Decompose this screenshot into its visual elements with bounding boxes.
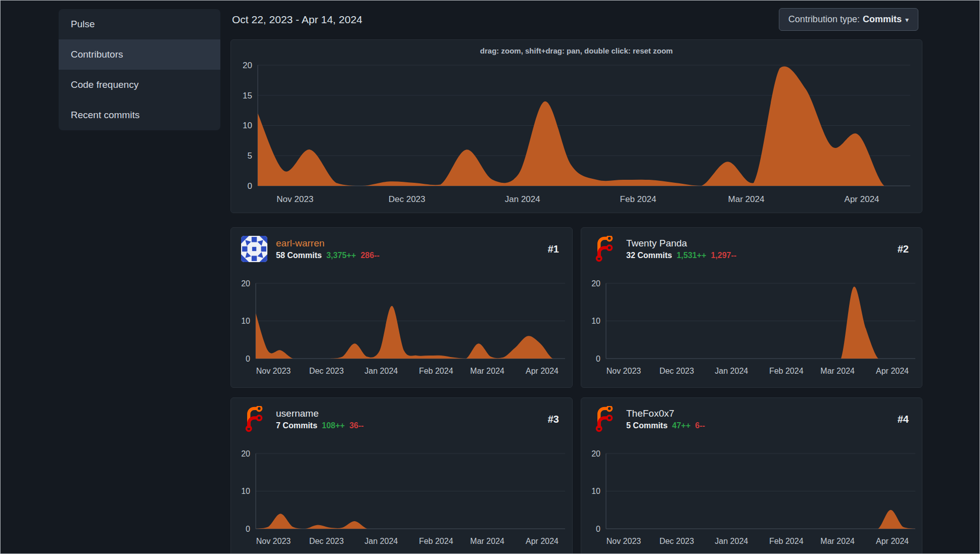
avatar[interactable]	[591, 406, 618, 432]
sidebar-item-contributors[interactable]: Contributors	[59, 39, 220, 70]
deletions-count: 36--	[349, 421, 363, 430]
svg-text:Apr 2024: Apr 2024	[876, 537, 909, 545]
forgejo-logo-icon	[591, 236, 618, 262]
rank-badge: #1	[548, 243, 559, 255]
sidebar-item-code-frequency[interactable]: Code frequency	[59, 70, 220, 100]
svg-text:0: 0	[248, 181, 252, 191]
additions-count: 1,531++	[677, 251, 707, 260]
svg-text:Jan 2024: Jan 2024	[505, 194, 540, 204]
svg-text:Dec 2023: Dec 2023	[660, 537, 694, 545]
avatar[interactable]	[241, 236, 267, 262]
svg-text:Jan 2024: Jan 2024	[715, 367, 748, 375]
avatar[interactable]	[591, 236, 618, 262]
svg-text:Mar 2024: Mar 2024	[470, 537, 504, 545]
chevron-down-icon: ▾	[905, 16, 909, 23]
svg-text:Feb 2024: Feb 2024	[419, 367, 453, 375]
svg-text:Feb 2024: Feb 2024	[620, 194, 657, 204]
deletions-count: 6--	[695, 421, 705, 430]
svg-text:Nov 2023: Nov 2023	[606, 367, 641, 375]
svg-text:0: 0	[246, 355, 250, 363]
contributor-stats: 58 Commits 3,375++ 286--	[276, 251, 380, 260]
contribution-type-label: Contribution type:	[788, 14, 860, 25]
svg-text:Jan 2024: Jan 2024	[715, 537, 748, 545]
svg-text:0: 0	[596, 355, 600, 363]
additions-count: 108++	[322, 421, 345, 430]
contributor-stats: 5 Commits 47++ 6--	[626, 421, 705, 430]
deletions-count: 1,297--	[711, 251, 736, 260]
svg-text:Nov 2023: Nov 2023	[276, 194, 313, 204]
svg-text:Jan 2024: Jan 2024	[364, 367, 398, 375]
contributor-card-header: Twenty Panda 32 Commits 1,531++ 1,297-- …	[581, 228, 922, 267]
chart-zoom-hint: drag: zoom, shift+drag: pan, double clic…	[231, 46, 922, 55]
contributor-name-link[interactable]: Twenty Panda	[626, 238, 736, 249]
contributor-activity-chart[interactable]: 01020Nov 2023Dec 2023Jan 2024Feb 2024Mar…	[231, 265, 573, 388]
svg-text:Feb 2024: Feb 2024	[419, 537, 453, 545]
svg-text:5: 5	[248, 151, 252, 161]
rank-badge: #3	[548, 414, 559, 425]
contributors-page: { "sidebar": { "items": [ {"label": "Pul…	[0, 0, 980, 554]
contribution-type-value: Commits	[863, 14, 902, 25]
svg-text:20: 20	[241, 449, 250, 458]
svg-text:10: 10	[591, 317, 600, 325]
svg-text:20: 20	[591, 279, 600, 288]
commits-count: 32 Commits	[626, 251, 672, 260]
identicon-avatar-icon	[241, 236, 267, 262]
repo-activity-sidebar: Pulse Contributors Code frequency Recent…	[59, 9, 220, 130]
contributor-card-header: earl-warren 58 Commits 3,375++ 286-- #1	[231, 228, 572, 267]
contributor-card: Twenty Panda 32 Commits 1,531++ 1,297-- …	[581, 227, 922, 388]
svg-text:Jan 2024: Jan 2024	[364, 537, 398, 545]
svg-text:Apr 2024: Apr 2024	[876, 367, 909, 375]
svg-text:Feb 2024: Feb 2024	[769, 537, 804, 545]
contributor-card: earl-warren 58 Commits 3,375++ 286-- #1 …	[230, 227, 573, 388]
svg-text:0: 0	[246, 525, 250, 533]
additions-count: 3,375++	[326, 251, 356, 260]
overall-activity-chart[interactable]: 05101520Nov 2023Dec 2023Jan 2024Feb 2024…	[231, 40, 923, 214]
contributor-stats: 32 Commits 1,531++ 1,297--	[626, 251, 736, 260]
svg-text:20: 20	[241, 279, 250, 288]
svg-text:20: 20	[591, 449, 600, 458]
svg-text:Dec 2023: Dec 2023	[660, 367, 694, 375]
svg-text:10: 10	[241, 317, 250, 325]
svg-text:Nov 2023: Nov 2023	[606, 537, 641, 545]
commits-count: 7 Commits	[276, 421, 317, 430]
avatar[interactable]	[241, 406, 267, 432]
contributor-card-header: username 7 Commits 108++ 36-- #3	[231, 398, 572, 437]
svg-text:15: 15	[243, 91, 252, 100]
contributor-card-header: TheFox0x7 5 Commits 47++ 6-- #4	[581, 398, 922, 437]
svg-text:Apr 2024: Apr 2024	[526, 537, 558, 545]
contributor-name-link[interactable]: username	[276, 408, 364, 419]
additions-count: 47++	[672, 421, 690, 430]
contribution-type-dropdown[interactable]: Contribution type: Commits ▾	[779, 8, 918, 31]
contributor-activity-chart[interactable]: 01020Nov 2023Dec 2023Jan 2024Feb 2024Mar…	[581, 265, 923, 388]
deletions-count: 286--	[360, 251, 379, 260]
svg-text:Apr 2024: Apr 2024	[845, 194, 879, 204]
svg-text:Dec 2023: Dec 2023	[389, 194, 426, 204]
svg-text:10: 10	[241, 487, 250, 495]
svg-text:Dec 2023: Dec 2023	[309, 367, 344, 375]
svg-text:Mar 2024: Mar 2024	[728, 194, 765, 204]
commits-count: 58 Commits	[276, 251, 322, 260]
contributor-stats: 7 Commits 108++ 36--	[276, 421, 364, 430]
svg-text:20: 20	[243, 61, 252, 70]
contributor-activity-chart[interactable]: 01020Nov 2023Dec 2023Jan 2024Feb 2024Mar…	[581, 435, 923, 554]
svg-text:10: 10	[591, 487, 600, 495]
contributor-activity-chart[interactable]: 01020Nov 2023Dec 2023Jan 2024Feb 2024Mar…	[231, 435, 573, 554]
svg-text:Nov 2023: Nov 2023	[256, 537, 291, 545]
overall-activity-panel: 05101520Nov 2023Dec 2023Jan 2024Feb 2024…	[230, 39, 922, 213]
sidebar-item-recent-commits[interactable]: Recent commits	[59, 100, 220, 130]
date-range-title: Oct 22, 2023 - Apr 14, 2024	[232, 14, 362, 26]
sidebar-item-pulse[interactable]: Pulse	[59, 9, 220, 39]
svg-text:Feb 2024: Feb 2024	[769, 367, 804, 375]
contributor-card: TheFox0x7 5 Commits 47++ 6-- #4 01020Nov…	[581, 397, 922, 554]
svg-text:Apr 2024: Apr 2024	[526, 367, 558, 375]
svg-text:Mar 2024: Mar 2024	[820, 537, 855, 545]
contributor-name-link[interactable]: TheFox0x7	[626, 408, 705, 419]
commits-count: 5 Commits	[626, 421, 668, 430]
svg-text:0: 0	[596, 525, 600, 533]
rank-badge: #4	[898, 414, 909, 425]
contributor-card: username 7 Commits 108++ 36-- #3 01020No…	[230, 397, 573, 554]
svg-text:Mar 2024: Mar 2024	[470, 367, 504, 375]
svg-text:10: 10	[243, 121, 252, 130]
contributor-name-link[interactable]: earl-warren	[276, 238, 380, 249]
rank-badge: #2	[898, 243, 909, 255]
